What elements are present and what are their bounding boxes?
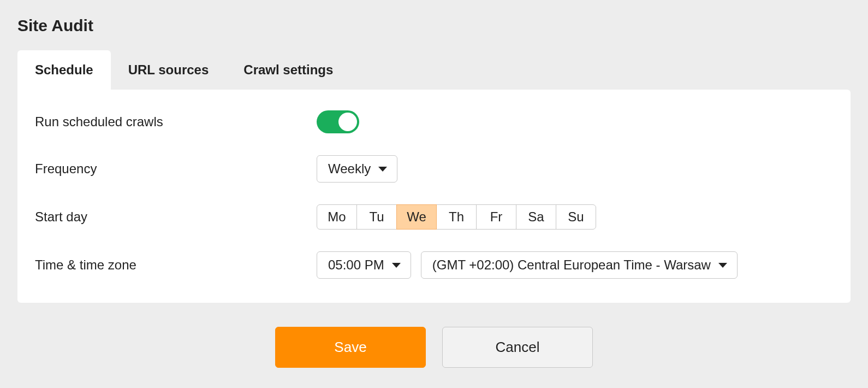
tabs: Schedule URL sources Crawl settings — [17, 50, 851, 90]
footer-actions: Save Cancel — [17, 327, 851, 368]
caret-down-icon — [378, 167, 387, 172]
select-time-value: 05:00 PM — [328, 257, 384, 273]
day-we[interactable]: We — [396, 204, 437, 230]
caret-down-icon — [392, 263, 401, 268]
row-frequency: Frequency Weekly — [35, 155, 833, 183]
tab-url-sources[interactable]: URL sources — [111, 50, 227, 90]
caret-down-icon — [718, 263, 727, 268]
select-frequency-value: Weekly — [328, 161, 371, 177]
row-run-scheduled: Run scheduled crawls — [35, 110, 833, 133]
select-timezone-value: (GMT +02:00) Central European Time - War… — [432, 257, 711, 273]
label-start-day: Start day — [35, 209, 317, 225]
select-time[interactable]: 05:00 PM — [317, 251, 411, 279]
row-time-zone: Time & time zone 05:00 PM (GMT +02:00) C… — [35, 251, 833, 279]
day-group: Mo Tu We Th Fr Sa Su — [317, 204, 596, 230]
page-title: Site Audit — [17, 16, 851, 35]
day-mo[interactable]: Mo — [317, 204, 357, 230]
toggle-run-scheduled[interactable] — [317, 110, 359, 133]
label-run-scheduled: Run scheduled crawls — [35, 114, 317, 130]
select-frequency[interactable]: Weekly — [317, 155, 397, 183]
cancel-button[interactable]: Cancel — [442, 327, 593, 368]
label-time-zone: Time & time zone — [35, 257, 317, 273]
save-button[interactable]: Save — [275, 327, 426, 368]
day-su[interactable]: Su — [556, 204, 596, 230]
select-timezone[interactable]: (GMT +02:00) Central European Time - War… — [421, 251, 738, 279]
tab-crawl-settings[interactable]: Crawl settings — [226, 50, 350, 90]
row-start-day: Start day Mo Tu We Th Fr Sa Su — [35, 204, 833, 230]
day-th[interactable]: Th — [436, 204, 477, 230]
day-fr[interactable]: Fr — [476, 204, 516, 230]
settings-panel: Run scheduled crawls Frequency Weekly St… — [17, 90, 851, 303]
label-frequency: Frequency — [35, 161, 317, 177]
toggle-knob — [338, 113, 357, 131]
day-tu[interactable]: Tu — [356, 204, 397, 230]
tab-schedule[interactable]: Schedule — [17, 50, 111, 90]
day-sa[interactable]: Sa — [516, 204, 556, 230]
